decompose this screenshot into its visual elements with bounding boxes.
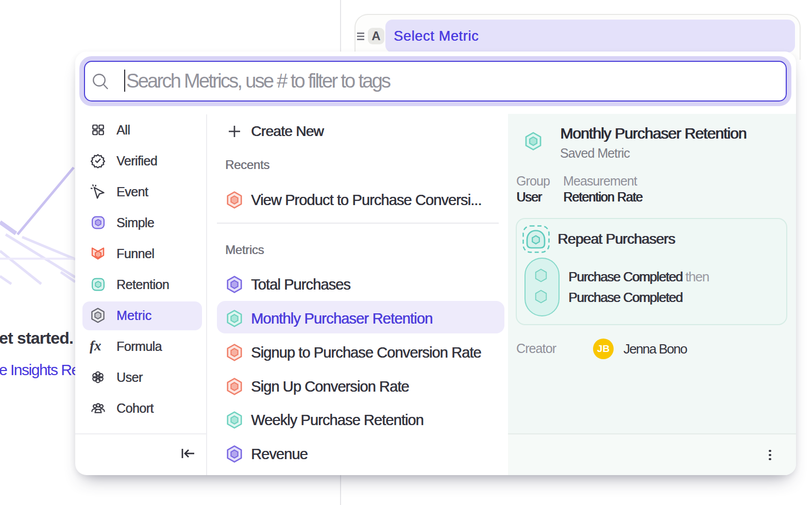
svg-text:fx: fx: [90, 339, 102, 354]
